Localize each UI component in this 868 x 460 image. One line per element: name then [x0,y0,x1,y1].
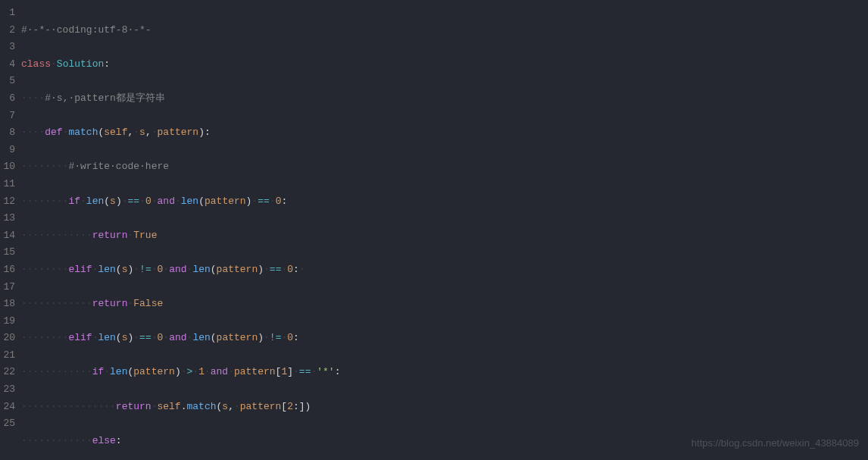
line-number: 25 [0,415,15,433]
line-number: 19 [0,313,15,330]
line-number: 17 [0,279,15,296]
line-number: 5 [0,73,15,90]
line-number: 1 [0,5,15,22]
line-number: 4 [0,56,15,74]
code-line: ············return·True [21,227,868,245]
line-number: 23 [0,381,15,399]
code-line: ····#·s,·pattern都是字符串 [21,90,868,108]
code-line: ········elif·len(s)·!=·0·and·len(pattern… [21,261,868,279]
line-number: 15 [0,244,15,261]
code-line: ········elif·len(s)·==·0·and·len(pattern… [21,330,868,347]
line-number: 10 [0,158,15,176]
line-number: 22 [0,364,15,381]
line-number: 3 [0,39,15,56]
line-number: 21 [0,347,15,365]
line-number: 24 [0,399,15,416]
line-number: 18 [0,296,15,313]
line-number: 7 [0,108,15,125]
line-number: 8 [0,124,15,142]
code-line: ········#·write·code·here [21,158,868,176]
line-number: 13 [0,210,15,227]
line-number: 16 [0,261,15,279]
line-number: 14 [0,227,15,245]
line-number: 12 [0,193,15,211]
code-line: class·Solution: [21,56,868,74]
line-number: 20 [0,330,15,347]
line-number: 11 [0,176,15,193]
code-editor[interactable]: 1 2 3 4 5 6 7 8 9 10 11 12 13 14 15 16 1… [0,0,868,460]
line-number-gutter: 1 2 3 4 5 6 7 8 9 10 11 12 13 14 15 16 1… [0,5,21,460]
code-line: ········if·len(s)·==·0·and·len(pattern)·… [21,193,868,211]
line-number: 6 [0,90,15,108]
code-content[interactable]: #·-*-·coding:utf-8·-*- class·Solution: ·… [21,5,868,460]
code-line: ············if·len(pattern)·>·1·and·patt… [21,364,868,381]
code-line: ················return·self.match(s,·pat… [21,399,868,416]
code-line: #·-*-·coding:utf-8·-*- [21,22,868,39]
watermark-text: https://blog.csdn.net/weixin_43884089 [692,435,859,452]
code-line: ············return·False [21,296,868,313]
code-line: ····def·match(self,·s,·pattern): [21,124,868,142]
line-number: 9 [0,142,15,159]
line-number: 2 [0,22,15,39]
